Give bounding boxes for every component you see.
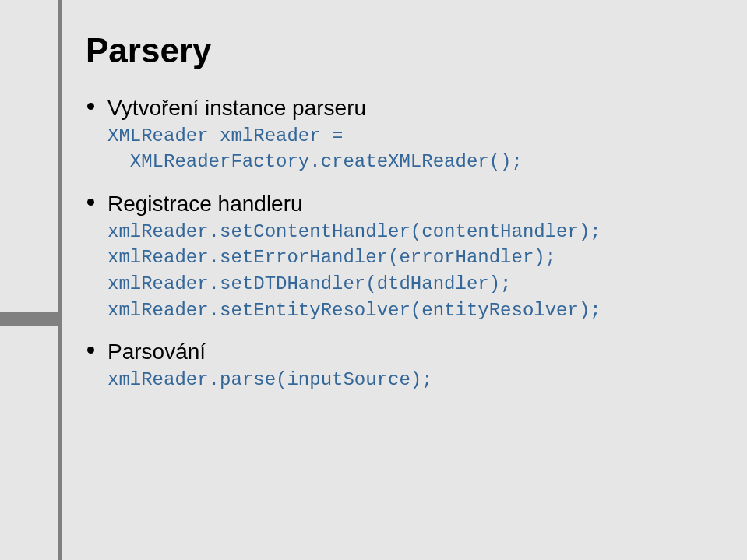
slide: Parsery Vytvoření instance parseru XMLRe… [0, 0, 747, 560]
list-item: Vytvoření instance parseru XMLReader xml… [86, 93, 716, 175]
decoration-horizontal-bar [0, 312, 59, 326]
bullet-list: Vytvoření instance parseru XMLReader xml… [86, 93, 716, 393]
decoration-vertical-bar [58, 0, 62, 560]
bullet-label: Vytvoření instance parseru [107, 93, 716, 123]
list-item: Parsování xmlReader.parse(inputSource); [86, 337, 716, 393]
code-block: xmlReader.parse(inputSource); [107, 367, 716, 393]
code-block: xmlReader.setContentHandler(contentHandl… [107, 219, 716, 323]
slide-title: Parsery [86, 31, 716, 70]
list-item: Registrace handleru xmlReader.setContent… [86, 189, 716, 323]
bullet-label: Registrace handleru [107, 189, 716, 219]
code-block: XMLReader xmlReader = XMLReaderFactory.c… [107, 123, 716, 175]
bullet-label: Parsování [107, 337, 716, 367]
